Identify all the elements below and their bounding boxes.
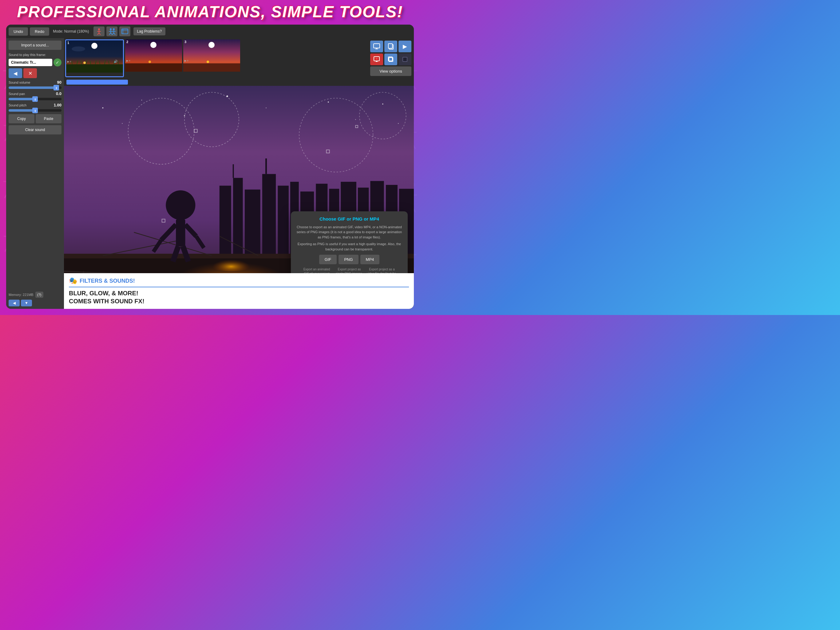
sound-volume-thumb[interactable] — [54, 85, 59, 90]
svg-point-99 — [122, 123, 123, 124]
memory-prev-button[interactable]: ◀ — [9, 300, 20, 306]
export-description: Choose to export as an animated GIF, vid… — [296, 225, 403, 252]
playback-bar[interactable] — [66, 80, 128, 85]
svg-point-75 — [150, 42, 156, 48]
svg-rect-94 — [403, 57, 407, 62]
copy-paste-row: Copy Paste — [9, 114, 62, 123]
sound-pitch-value: 1.00 — [54, 103, 62, 108]
frame-number-1: 1 — [67, 41, 69, 44]
svg-line-63 — [81, 60, 82, 64]
export-mp4-button[interactable]: MP4 — [360, 255, 380, 264]
bottom-info-panel: 🎭 FILTERS & SOUNDS! BLUR, GLOW, & MORE! … — [64, 273, 414, 309]
copy-button[interactable]: Copy — [9, 114, 35, 123]
svg-line-64 — [86, 60, 87, 64]
memory-help-button[interactable]: (?) — [35, 291, 43, 298]
clear-sound-button[interactable]: Clear sound — [9, 125, 62, 135]
left-sidebar: Import a sound... Sound to play this fra… — [6, 38, 64, 309]
export-title: Choose GIF or PNG or MP4 — [296, 216, 403, 222]
svg-line-43 — [98, 33, 99, 35]
svg-line-62 — [77, 60, 78, 64]
canvas-area: Choose GIF or PNG or MP4 Choose to expor… — [64, 86, 414, 309]
import-sound-button[interactable]: Import a sound... — [9, 41, 62, 50]
sound-volume-label: Sound volume — [9, 81, 30, 84]
svg-point-81 — [207, 60, 209, 63]
bottom-panel-text: BLUR, GLOW, & MORE! COMES WITH SOUND FX! — [69, 289, 409, 305]
arrow-buttons-row: ◀ ✕ — [9, 68, 62, 78]
memory-row: Memory: 221MB (?) — [9, 291, 62, 298]
copy2-button[interactable] — [384, 54, 397, 65]
svg-point-59 — [72, 46, 85, 51]
memory-nav-row: ◀ ▼ — [9, 300, 62, 306]
redo-button[interactable]: Redo — [30, 27, 49, 36]
svg-rect-87 — [388, 44, 392, 48]
svg-line-54 — [114, 33, 115, 35]
sound-volume-value: 90 — [57, 80, 62, 85]
svg-rect-127 — [265, 158, 267, 174]
memory-next-button[interactable]: ▼ — [21, 300, 32, 306]
sound-name-box: Cinematic Tr... — [9, 59, 52, 66]
record-button[interactable] — [370, 54, 383, 65]
svg-point-101 — [266, 108, 267, 108]
svg-rect-76 — [125, 63, 182, 72]
svg-text:🔊: 🔊 — [114, 59, 118, 63]
export-gif-button[interactable]: GIF — [319, 255, 337, 264]
svg-text:▶ ≡: ▶ ≡ — [67, 60, 71, 63]
sound-volume-slider-group: Sound volume 90 — [9, 80, 62, 90]
svg-point-96 — [103, 108, 104, 109]
frame-thumb-3[interactable]: ▶ ≡ 3 — [183, 40, 240, 77]
sound-pan-thumb[interactable] — [32, 96, 38, 102]
svg-point-143 — [166, 190, 195, 220]
dark-copy-button[interactable] — [398, 54, 411, 65]
frame-thumb-1[interactable]: 🔊 ▶ ≡ 1 — [65, 40, 124, 77]
main-content: Import a sound... Sound to play this fra… — [6, 38, 414, 309]
svg-point-77 — [148, 60, 151, 63]
lag-problems-button[interactable]: Lag Problems? — [133, 27, 166, 35]
svg-point-40 — [98, 28, 100, 30]
svg-line-67 — [99, 60, 100, 64]
frame-thumb-2[interactable]: ▶ ≡ 2 — [125, 40, 182, 77]
paste-button[interactable]: Paste — [36, 114, 62, 123]
svg-point-103 — [355, 119, 356, 120]
frame-thumbnails: 🔊 ▶ ≡ 1 — [65, 40, 368, 77]
svg-point-45 — [110, 28, 112, 30]
stickman-single-icon[interactable] — [93, 27, 104, 36]
toolbar-icons — [93, 27, 130, 36]
svg-rect-83 — [374, 44, 380, 48]
sound-pan-track[interactable] — [9, 98, 62, 100]
sound-pitch-thumb[interactable] — [32, 108, 38, 113]
svg-text:▶ ≡: ▶ ≡ — [185, 59, 188, 62]
svg-point-142 — [200, 248, 262, 271]
copy-frame-button[interactable] — [384, 41, 397, 52]
svg-point-72 — [83, 62, 86, 64]
play-button[interactable]: ▶ — [398, 41, 411, 52]
svg-line-65 — [90, 61, 91, 64]
sound-volume-track[interactable] — [9, 86, 62, 89]
svg-point-105 — [398, 123, 399, 124]
stickman-group-icon[interactable] — [106, 27, 117, 36]
svg-line-53 — [112, 33, 114, 35]
sound-name-row: Cinematic Tr... ✓ — [9, 59, 62, 66]
sound-pan-value: 0.0 — [56, 91, 62, 96]
sound-pitch-track[interactable] — [9, 109, 62, 112]
svg-point-98 — [184, 115, 185, 116]
monitor-icon-button[interactable] — [370, 41, 383, 52]
toolbar: Undo Redo Mode: Normal (180%) — [6, 25, 414, 38]
bottom-panel-divider — [69, 287, 409, 287]
svg-line-48 — [109, 33, 111, 35]
sound-pan-fill — [9, 98, 35, 100]
sound-to-play-label: Sound to play this frame: — [9, 53, 62, 57]
sound-pitch-label: Sound pitch — [9, 103, 27, 107]
sound-remove-button[interactable]: ✕ — [24, 68, 37, 78]
frame-view-icon[interactable] — [119, 27, 130, 36]
svg-point-104 — [382, 103, 384, 104]
sound-prev-button[interactable]: ◀ — [9, 68, 22, 78]
export-png-button[interactable]: PNG — [338, 255, 358, 264]
svg-line-61 — [72, 61, 72, 64]
svg-line-66 — [95, 60, 96, 64]
svg-line-44 — [99, 33, 101, 35]
svg-point-102 — [328, 101, 329, 103]
svg-point-58 — [91, 43, 98, 49]
view-options-button[interactable]: View options — [370, 66, 411, 76]
sound-pan-slider-group: Sound pan 0.0 — [9, 91, 62, 101]
undo-button[interactable]: Undo — [9, 27, 28, 36]
